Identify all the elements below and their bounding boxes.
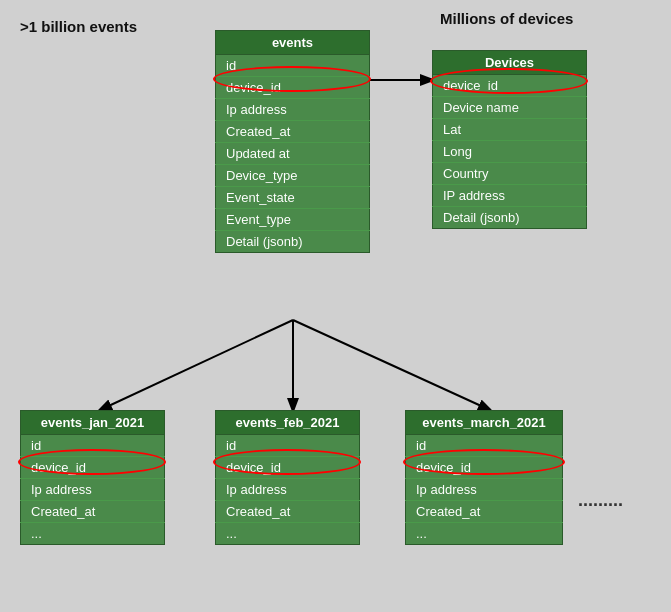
table-row: ...	[406, 523, 563, 545]
table-row: Created_at	[21, 501, 165, 523]
table-row: device_id	[21, 457, 165, 479]
table-cell: Ip address	[21, 479, 165, 501]
devices-table-title: Devices	[433, 51, 587, 75]
ellipsis-label: .........	[578, 490, 623, 511]
events-feb-title: events_feb_2021	[216, 411, 360, 435]
table-cell: Long	[433, 141, 587, 163]
table-row: id	[21, 435, 165, 457]
table-cell: device_id	[216, 457, 360, 479]
events-table: events iddevice_idIp addressCreated_atUp…	[215, 30, 370, 253]
table-cell: Created_at	[21, 501, 165, 523]
table-row: id	[216, 435, 360, 457]
table-cell: ...	[21, 523, 165, 545]
table-row: device_id	[433, 75, 587, 97]
table-cell: Created_at	[216, 121, 370, 143]
table-cell: id	[406, 435, 563, 457]
table-cell: id	[216, 55, 370, 77]
table-row: Created_at	[216, 501, 360, 523]
table-row: Updated at	[216, 143, 370, 165]
table-row: Ip address	[216, 99, 370, 121]
table-row: IP address	[433, 185, 587, 207]
table-cell: id	[21, 435, 165, 457]
table-row: ...	[21, 523, 165, 545]
table-cell: Detail (jsonb)	[433, 207, 587, 229]
table-cell: Event_type	[216, 209, 370, 231]
events-feb-table: events_feb_2021 iddevice_idIp addressCre…	[215, 410, 360, 545]
table-row: Event_state	[216, 187, 370, 209]
table-cell: Created_at	[406, 501, 563, 523]
table-row: Long	[433, 141, 587, 163]
svg-line-1	[100, 320, 293, 410]
events-jan-title: events_jan_2021	[21, 411, 165, 435]
table-cell: Ip address	[406, 479, 563, 501]
table-cell: Detail (jsonb)	[216, 231, 370, 253]
table-row: Event_type	[216, 209, 370, 231]
table-cell: device_id	[433, 75, 587, 97]
table-cell: Device name	[433, 97, 587, 119]
table-row: device_id	[216, 457, 360, 479]
table-cell: Event_state	[216, 187, 370, 209]
table-row: Created_at	[406, 501, 563, 523]
table-row: ...	[216, 523, 360, 545]
table-row: Created_at	[216, 121, 370, 143]
events-march-title: events_march_2021	[406, 411, 563, 435]
table-row: Detail (jsonb)	[216, 231, 370, 253]
svg-line-3	[293, 320, 490, 410]
table-row: Ip address	[21, 479, 165, 501]
table-cell: Device_type	[216, 165, 370, 187]
table-cell: Ip address	[216, 479, 360, 501]
table-row: device_id	[216, 77, 370, 99]
table-cell: Updated at	[216, 143, 370, 165]
billion-events-label: >1 billion events	[20, 18, 137, 35]
table-cell: device_id	[406, 457, 563, 479]
table-cell: id	[216, 435, 360, 457]
table-cell: ...	[216, 523, 360, 545]
events-march-table: events_march_2021 iddevice_idIp addressC…	[405, 410, 563, 545]
table-row: Ip address	[406, 479, 563, 501]
table-row: Lat	[433, 119, 587, 141]
table-cell: IP address	[433, 185, 587, 207]
diagram-container: >1 billion events Millions of devices ev…	[0, 0, 671, 612]
table-cell: Lat	[433, 119, 587, 141]
events-jan-table: events_jan_2021 iddevice_idIp addressCre…	[20, 410, 165, 545]
table-cell: device_id	[216, 77, 370, 99]
table-row: Ip address	[216, 479, 360, 501]
table-row: device_id	[406, 457, 563, 479]
table-row: id	[216, 55, 370, 77]
table-cell: device_id	[21, 457, 165, 479]
table-cell: Country	[433, 163, 587, 185]
table-row: id	[406, 435, 563, 457]
table-cell: Created_at	[216, 501, 360, 523]
table-cell: Ip address	[216, 99, 370, 121]
millions-devices-label: Millions of devices	[440, 10, 573, 27]
table-row: Device name	[433, 97, 587, 119]
devices-table: Devices device_idDevice nameLatLongCount…	[432, 50, 587, 229]
table-cell: ...	[406, 523, 563, 545]
table-row: Detail (jsonb)	[433, 207, 587, 229]
events-table-title: events	[216, 31, 370, 55]
table-row: Device_type	[216, 165, 370, 187]
table-row: Country	[433, 163, 587, 185]
